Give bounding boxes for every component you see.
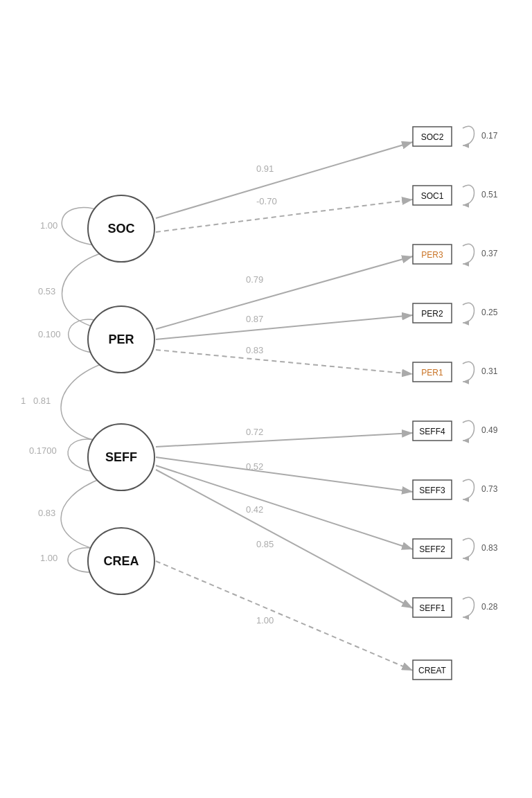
obs-seff1-label: SEFF1 bbox=[419, 603, 445, 613]
coef-per-per2: 0.87 bbox=[246, 314, 263, 324]
obs-per3-label: PER3 bbox=[421, 250, 443, 260]
resid-soc2-val: 0.17 bbox=[481, 131, 498, 141]
resid-seff4-arc bbox=[463, 420, 475, 441]
path-seff-seff1 bbox=[156, 470, 413, 608]
resid-soc1-val: 0.51 bbox=[481, 190, 498, 200]
obs-soc1-label: SOC1 bbox=[421, 191, 444, 201]
obs-seff4-label: SEFF4 bbox=[419, 427, 445, 436]
path-seff-seff4 bbox=[156, 433, 413, 447]
coef-soc-soc1: -0.70 bbox=[256, 196, 277, 206]
coef-seff-seff4: 0.72 bbox=[246, 427, 263, 437]
obs-per1-label: PER1 bbox=[421, 368, 443, 378]
resid-per1-arc bbox=[463, 362, 475, 382]
resid-seff1-val: 0.28 bbox=[481, 602, 498, 612]
per-seff-arc bbox=[61, 364, 103, 442]
latent-per-label: PER bbox=[108, 332, 134, 346]
latent-seff-label: SEFF bbox=[105, 450, 137, 464]
path-soc-soc2 bbox=[156, 142, 413, 218]
resid-seff3-arc bbox=[463, 479, 475, 499]
coef-per-per1: 0.83 bbox=[246, 345, 263, 355]
coef-seff-seff3: 0.52 bbox=[246, 461, 263, 472]
latent-soc-label: SOC bbox=[107, 222, 134, 236]
resid-soc1-arc bbox=[463, 185, 475, 205]
resid-per2-arc bbox=[463, 303, 475, 323]
path-soc-soc1 bbox=[156, 200, 413, 232]
coef-seff-seff2: 0.42 bbox=[246, 504, 263, 515]
diagram-svg: 1.00 0.53 0.100 0.81 1 0.1700 0.83 1.00 … bbox=[0, 0, 532, 798]
path-seff-seff2 bbox=[156, 466, 413, 549]
seff-crea-coef: 0.83 bbox=[38, 508, 55, 518]
crea-self-coef: 1.00 bbox=[40, 553, 57, 563]
resid-per3-val: 0.37 bbox=[481, 249, 498, 258]
resid-seff2-val: 0.83 bbox=[481, 543, 498, 553]
resid-per3-arc bbox=[463, 244, 475, 264]
resid-per1-val: 0.31 bbox=[481, 366, 498, 376]
soc-self-coef: 1.00 bbox=[40, 220, 57, 231]
per-self-coef: 0.100 bbox=[38, 329, 61, 339]
latent-crea-label: CREA bbox=[103, 554, 139, 568]
seff-self-coef: 0.1700 bbox=[29, 445, 57, 456]
resid-soc2-arc bbox=[463, 126, 475, 145]
resid-seff2-arc bbox=[463, 538, 475, 558]
per-seff-coef2: 1 bbox=[21, 396, 26, 406]
resid-per2-val: 0.25 bbox=[481, 308, 498, 317]
obs-per2-label: PER2 bbox=[421, 309, 443, 319]
obs-creat-label: CREAT bbox=[418, 666, 446, 675]
soc-per-coef: 0.53 bbox=[38, 286, 55, 296]
obs-seff2-label: SEFF2 bbox=[419, 544, 445, 554]
path-per-per1 bbox=[156, 350, 413, 374]
coef-per-per3: 0.79 bbox=[246, 274, 263, 285]
coef-seff-seff1: 0.85 bbox=[256, 539, 274, 549]
coef-soc-soc2: 0.91 bbox=[256, 163, 274, 174]
obs-seff3-label: SEFF3 bbox=[419, 486, 445, 495]
resid-seff4-val: 0.49 bbox=[481, 425, 498, 435]
obs-soc2-label: SOC2 bbox=[421, 132, 444, 142]
path-crea-creat bbox=[156, 561, 413, 671]
resid-seff3-val: 0.73 bbox=[481, 484, 498, 494]
coef-crea-creat: 1.00 bbox=[256, 615, 274, 626]
path-seff-seff3 bbox=[156, 457, 413, 492]
per-seff-coef: 0.81 bbox=[33, 396, 51, 406]
resid-seff1-arc bbox=[463, 597, 475, 617]
